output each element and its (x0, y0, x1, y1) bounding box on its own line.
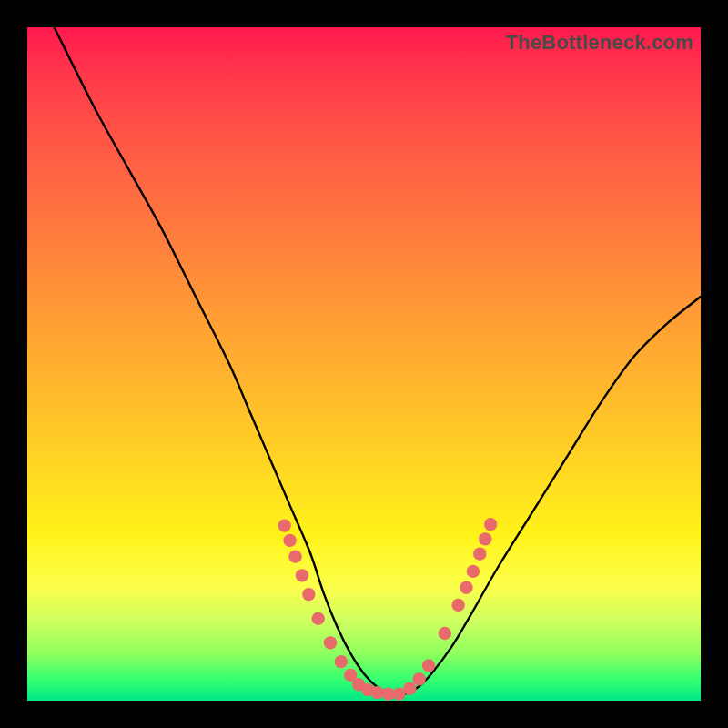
curve-dot (335, 655, 348, 668)
chart-plot-area: TheBottleneck.com (27, 27, 701, 701)
watermark-text: TheBottleneck.com (506, 31, 693, 55)
curve-dot (352, 678, 365, 691)
chart-svg (27, 27, 701, 701)
curve-dot (288, 550, 301, 562)
curve-dot (283, 534, 296, 547)
highlight-dots (278, 518, 497, 701)
curve-dot (484, 518, 497, 531)
curve-dot (460, 581, 472, 593)
curve-dot (439, 627, 451, 640)
bottleneck-curve (55, 27, 701, 695)
curve-dot (467, 565, 480, 578)
curve-dot (473, 547, 486, 560)
curve-dot (422, 659, 435, 672)
curve-dot (296, 569, 308, 581)
curve-dot (412, 672, 425, 685)
curve-dot (278, 519, 290, 531)
curve-dot (344, 669, 357, 682)
curve-dot (302, 588, 315, 601)
curve-dot (324, 636, 337, 649)
curve-dot (311, 612, 324, 625)
curve-dot (381, 687, 394, 700)
curve-dot (403, 682, 416, 694)
curve-dot (451, 599, 464, 612)
curve-dot (371, 686, 384, 699)
curve-dot (392, 687, 405, 700)
curve-dot (361, 683, 374, 696)
curve-dot (479, 532, 491, 545)
